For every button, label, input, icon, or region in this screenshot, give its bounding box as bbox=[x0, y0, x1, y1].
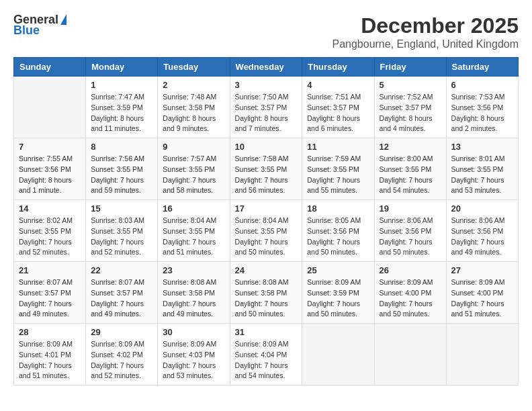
title-area: December 2025 Pangbourne, England, Unite… bbox=[332, 13, 519, 50]
month-title: December 2025 bbox=[332, 13, 519, 38]
day-number: 22 bbox=[91, 265, 152, 275]
calendar-day-cell: 24Sunrise: 8:08 AMSunset: 3:58 PMDayligh… bbox=[230, 262, 302, 324]
day-number: 18 bbox=[307, 203, 369, 214]
calendar-header-cell: Thursday bbox=[302, 58, 374, 77]
calendar-day-cell bbox=[14, 77, 86, 138]
day-info: Sunrise: 8:02 AMSunset: 3:55 PMDaylight:… bbox=[19, 216, 81, 258]
day-info: Sunrise: 8:09 AMSunset: 4:02 PMDaylight:… bbox=[91, 339, 152, 381]
day-number: 2 bbox=[163, 80, 224, 90]
calendar-day-cell: 1Sunrise: 7:47 AMSunset: 3:59 PMDaylight… bbox=[86, 77, 158, 138]
day-info: Sunrise: 7:50 AMSunset: 3:57 PMDaylight:… bbox=[235, 92, 298, 134]
calendar-day-cell: 13Sunrise: 8:01 AMSunset: 3:55 PMDayligh… bbox=[446, 138, 518, 200]
day-number: 15 bbox=[91, 203, 152, 214]
calendar-day-cell: 12Sunrise: 8:00 AMSunset: 3:55 PMDayligh… bbox=[374, 138, 446, 200]
calendar-day-cell: 27Sunrise: 8:09 AMSunset: 4:00 PMDayligh… bbox=[446, 262, 518, 324]
day-number: 25 bbox=[307, 265, 369, 275]
calendar-day-cell: 4Sunrise: 7:51 AMSunset: 3:57 PMDaylight… bbox=[302, 77, 374, 138]
day-info: Sunrise: 8:01 AMSunset: 3:55 PMDaylight:… bbox=[451, 154, 513, 196]
day-number: 23 bbox=[163, 265, 224, 275]
day-number: 11 bbox=[307, 142, 369, 152]
day-info: Sunrise: 8:06 AMSunset: 3:56 PMDaylight:… bbox=[380, 216, 441, 258]
day-number: 6 bbox=[451, 80, 513, 90]
calendar-week-row: 1Sunrise: 7:47 AMSunset: 3:59 PMDaylight… bbox=[14, 77, 519, 138]
calendar-day-cell: 19Sunrise: 8:06 AMSunset: 3:56 PMDayligh… bbox=[374, 200, 446, 262]
day-number: 24 bbox=[235, 265, 298, 275]
day-number: 5 bbox=[380, 80, 441, 90]
day-number: 7 bbox=[19, 142, 81, 152]
calendar-header-cell: Saturday bbox=[446, 58, 518, 77]
day-info: Sunrise: 8:08 AMSunset: 3:58 PMDaylight:… bbox=[235, 277, 298, 320]
day-number: 12 bbox=[380, 142, 441, 152]
day-info: Sunrise: 8:09 AMSunset: 4:00 PMDaylight:… bbox=[451, 277, 513, 320]
day-info: Sunrise: 7:57 AMSunset: 3:55 PMDaylight:… bbox=[163, 154, 224, 196]
logo-blue-text: Blue bbox=[13, 24, 66, 36]
day-info: Sunrise: 8:07 AMSunset: 3:57 PMDaylight:… bbox=[91, 277, 152, 320]
day-number: 16 bbox=[163, 203, 224, 214]
calendar-day-cell bbox=[302, 324, 374, 385]
calendar-day-cell: 26Sunrise: 8:09 AMSunset: 4:00 PMDayligh… bbox=[374, 262, 446, 324]
calendar-day-cell: 14Sunrise: 8:02 AMSunset: 3:55 PMDayligh… bbox=[14, 200, 86, 262]
calendar-day-cell bbox=[446, 324, 518, 385]
calendar-day-cell: 20Sunrise: 8:06 AMSunset: 3:56 PMDayligh… bbox=[446, 200, 518, 262]
day-number: 10 bbox=[235, 142, 298, 152]
day-info: Sunrise: 8:06 AMSunset: 3:56 PMDaylight:… bbox=[451, 216, 513, 258]
day-number: 26 bbox=[380, 265, 441, 275]
day-info: Sunrise: 7:59 AMSunset: 3:55 PMDaylight:… bbox=[307, 154, 369, 196]
day-info: Sunrise: 8:09 AMSunset: 3:59 PMDaylight:… bbox=[307, 277, 369, 320]
calendar-table: SundayMondayTuesdayWednesdayThursdayFrid… bbox=[13, 57, 519, 385]
day-info: Sunrise: 7:52 AMSunset: 3:57 PMDaylight:… bbox=[380, 92, 441, 134]
day-number: 9 bbox=[163, 142, 224, 152]
calendar-day-cell: 11Sunrise: 7:59 AMSunset: 3:55 PMDayligh… bbox=[302, 138, 374, 200]
calendar-header-cell: Monday bbox=[86, 58, 158, 77]
calendar-day-cell: 6Sunrise: 7:53 AMSunset: 3:56 PMDaylight… bbox=[446, 77, 518, 138]
calendar-day-cell: 17Sunrise: 8:04 AMSunset: 3:55 PMDayligh… bbox=[230, 200, 302, 262]
day-info: Sunrise: 7:51 AMSunset: 3:57 PMDaylight:… bbox=[307, 92, 369, 134]
day-info: Sunrise: 7:47 AMSunset: 3:59 PMDaylight:… bbox=[91, 92, 152, 134]
day-number: 8 bbox=[91, 142, 152, 152]
day-number: 3 bbox=[235, 80, 298, 90]
calendar-day-cell bbox=[374, 324, 446, 385]
calendar-header-cell: Wednesday bbox=[230, 58, 302, 77]
calendar-day-cell: 9Sunrise: 7:57 AMSunset: 3:55 PMDaylight… bbox=[158, 138, 230, 200]
day-info: Sunrise: 8:09 AMSunset: 4:04 PMDaylight:… bbox=[235, 339, 298, 381]
calendar-body: 1Sunrise: 7:47 AMSunset: 3:59 PMDaylight… bbox=[14, 77, 519, 385]
location-text: Pangbourne, England, United Kingdom bbox=[332, 38, 519, 50]
page-header: General Blue December 2025 Pangbourne, E… bbox=[13, 13, 519, 50]
day-info: Sunrise: 8:08 AMSunset: 3:58 PMDaylight:… bbox=[163, 277, 224, 320]
day-info: Sunrise: 7:53 AMSunset: 3:56 PMDaylight:… bbox=[451, 92, 513, 134]
calendar-header-cell: Sunday bbox=[14, 58, 86, 77]
day-number: 27 bbox=[451, 265, 513, 275]
day-info: Sunrise: 8:03 AMSunset: 3:55 PMDaylight:… bbox=[91, 216, 152, 258]
calendar-day-cell: 23Sunrise: 8:08 AMSunset: 3:58 PMDayligh… bbox=[158, 262, 230, 324]
day-number: 19 bbox=[380, 203, 441, 214]
calendar-day-cell: 30Sunrise: 8:09 AMSunset: 4:03 PMDayligh… bbox=[158, 324, 230, 385]
calendar-day-cell: 5Sunrise: 7:52 AMSunset: 3:57 PMDaylight… bbox=[374, 77, 446, 138]
day-info: Sunrise: 7:56 AMSunset: 3:55 PMDaylight:… bbox=[91, 154, 152, 196]
day-number: 17 bbox=[235, 203, 298, 214]
calendar-header-row: SundayMondayTuesdayWednesdayThursdayFrid… bbox=[14, 58, 519, 77]
day-info: Sunrise: 8:04 AMSunset: 3:55 PMDaylight:… bbox=[163, 216, 224, 258]
day-info: Sunrise: 8:07 AMSunset: 3:57 PMDaylight:… bbox=[19, 277, 81, 320]
day-number: 20 bbox=[451, 203, 513, 214]
calendar-header-cell: Friday bbox=[374, 58, 446, 77]
day-info: Sunrise: 7:55 AMSunset: 3:56 PMDaylight:… bbox=[19, 154, 81, 196]
calendar-week-row: 7Sunrise: 7:55 AMSunset: 3:56 PMDaylight… bbox=[14, 138, 519, 200]
calendar-day-cell: 16Sunrise: 8:04 AMSunset: 3:55 PMDayligh… bbox=[158, 200, 230, 262]
day-number: 30 bbox=[163, 327, 224, 337]
calendar-day-cell: 29Sunrise: 8:09 AMSunset: 4:02 PMDayligh… bbox=[86, 324, 158, 385]
calendar-week-row: 28Sunrise: 8:09 AMSunset: 4:01 PMDayligh… bbox=[14, 324, 519, 385]
day-info: Sunrise: 8:09 AMSunset: 4:00 PMDaylight:… bbox=[380, 277, 441, 320]
day-number: 28 bbox=[19, 327, 81, 337]
logo-triangle-icon bbox=[60, 14, 66, 25]
day-number: 13 bbox=[451, 142, 513, 152]
logo: General Blue bbox=[13, 13, 66, 36]
day-info: Sunrise: 8:09 AMSunset: 4:01 PMDaylight:… bbox=[19, 339, 81, 381]
calendar-header-cell: Tuesday bbox=[158, 58, 230, 77]
calendar-day-cell: 28Sunrise: 8:09 AMSunset: 4:01 PMDayligh… bbox=[14, 324, 86, 385]
day-info: Sunrise: 8:05 AMSunset: 3:56 PMDaylight:… bbox=[307, 216, 369, 258]
day-info: Sunrise: 7:48 AMSunset: 3:58 PMDaylight:… bbox=[163, 92, 224, 134]
calendar-day-cell: 7Sunrise: 7:55 AMSunset: 3:56 PMDaylight… bbox=[14, 138, 86, 200]
day-info: Sunrise: 8:04 AMSunset: 3:55 PMDaylight:… bbox=[235, 216, 298, 258]
day-number: 4 bbox=[307, 80, 369, 90]
calendar-week-row: 14Sunrise: 8:02 AMSunset: 3:55 PMDayligh… bbox=[14, 200, 519, 262]
